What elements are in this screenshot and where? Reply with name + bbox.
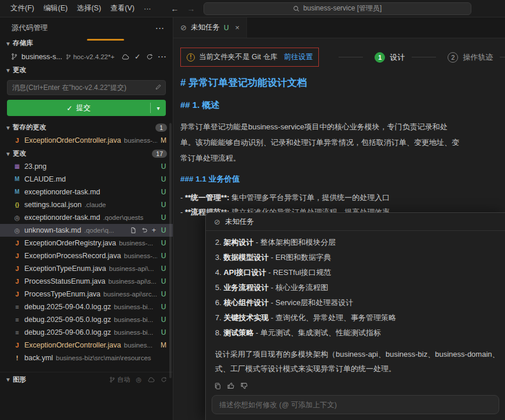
file-path: business-... [119, 240, 157, 247]
file-name: exceptionorder-task.md [24, 213, 100, 222]
cloud-upload-icon[interactable] [121, 53, 129, 61]
file-row[interactable]: unknown-task.md .qoder\q... + U [0, 224, 173, 237]
commit-button[interactable]: ✓ 提交 ▾ [7, 100, 166, 116]
file-row[interactable]: ExceptionProcessRecord.java business-...… [0, 249, 173, 262]
panel-actions [206, 380, 505, 393]
file-name: back.yml [24, 354, 53, 362]
file-name: ExceptionTypeEnum.java [24, 265, 106, 273]
section-staged-changes[interactable]: ▾ 暂存的更改 1 [0, 121, 173, 134]
check-icon[interactable]: ✓ [135, 52, 140, 61]
chat-input[interactable] [212, 395, 499, 414]
chevron-down-icon: ▾ [3, 39, 13, 48]
refresh-icon[interactable] [161, 376, 167, 383]
file-row[interactable]: exceptionorder-task.md .qoder\quests + U [0, 211, 173, 224]
design-doc-outline: 2. 架构设计 - 整体架构图和模块分层 3. 数据模型设计 - ER图和数据字… [215, 235, 496, 341]
paragraph: 设计采用了项目现有的多模块架构（business-api、business-bi… [215, 347, 496, 376]
changes-count-badge: 17 [152, 150, 167, 158]
file-row[interactable]: ExceptionOrderController.java busines...… [0, 339, 173, 352]
git-status-letter: U [160, 162, 167, 171]
outline-item: 4. API接口设计 - RESTful接口规范 [215, 265, 496, 280]
open-file-icon[interactable] [130, 227, 137, 234]
cloud-icon[interactable] [147, 376, 155, 383]
section-repositories[interactable]: ▾ 存储库 [0, 37, 173, 50]
search-text: business-service [管理员] [303, 3, 382, 13]
menu-item[interactable]: ··· [139, 3, 156, 15]
titlebar: 文件(F)编辑(E)选择(S)查看(V)··· ← → business-ser… [0, 0, 505, 17]
commit-message-input[interactable] [7, 80, 166, 95]
pencil-icon[interactable] [155, 84, 162, 90]
git-status-letter: M [160, 136, 167, 144]
file-row[interactable]: ProcessTypeEnum.java business-api\src...… [0, 288, 173, 300]
close-icon[interactable]: × [235, 23, 240, 32]
copy-icon[interactable] [214, 382, 221, 390]
commit-dropdown[interactable]: ▾ [151, 100, 166, 116]
file-name: debug.2025-09-04.0.log.gz [24, 303, 111, 311]
menu-item[interactable]: 编辑(E) [39, 2, 72, 15]
task-icon: ⊘ [180, 23, 187, 32]
file-row[interactable]: ExceptionOrderRegistry.java business-...… [0, 237, 173, 249]
thumbs-down-icon[interactable] [240, 382, 248, 390]
task-icon: ⊘ [214, 218, 220, 226]
file-row[interactable]: debug.2025-09-04.0.log.gz business-bi...… [0, 300, 173, 313]
settings-link[interactable]: 前往设置 [284, 52, 313, 62]
refresh-icon[interactable] [146, 53, 153, 60]
forward-arrow-icon[interactable]: → [187, 4, 195, 13]
section-graph[interactable]: ▾ 图形 自动 ◎ [0, 372, 173, 386]
back-arrow-icon[interactable]: ← [170, 4, 179, 13]
file-row[interactable]: CLAUDE.md + U [0, 173, 173, 186]
file-row[interactable]: 23.png + U [0, 160, 173, 173]
chevron-down-icon: ▾ [3, 375, 13, 383]
file-name: ExceptionProcessRecord.java [24, 252, 121, 260]
file-row[interactable]: ExceptionTypeEnum.java business-api\... … [0, 262, 173, 275]
git-status-letter: U [160, 188, 167, 196]
file-row[interactable]: debug.2025-09-06.0.log.gz business-bi...… [0, 326, 173, 339]
repository-row[interactable]: business-s... hoc-v2.4.22*+ ✓ ··· [0, 50, 173, 63]
menu-item[interactable]: 文件(F) [6, 2, 39, 15]
file-row[interactable]: ProcessStatusEnum.java business-api\s...… [0, 275, 173, 288]
target-icon[interactable]: ◎ [136, 376, 141, 383]
file-type-icon [13, 240, 21, 247]
file-type-icon [13, 215, 21, 221]
outline-item: 6. 核心组件设计 - Service层和处理器设计 [215, 295, 496, 310]
file-row[interactable]: debug.2025-09-05.0.log.gz business-bi...… [0, 313, 173, 326]
file-row[interactable]: settings.local.json .claude + U [0, 198, 173, 211]
file-name: debug.2025-09-06.0.log.gz [24, 328, 111, 336]
panel-body: 2. 架构设计 - 整体架构图和模块分层 3. 数据模型设计 - ER图和数据字… [206, 231, 505, 380]
menu-item[interactable]: 查看(V) [106, 2, 139, 15]
command-center-search[interactable]: business-service [管理员] [204, 2, 471, 15]
section-changes[interactable]: ▾ 更改 17 [0, 147, 173, 160]
section-changes-inner[interactable]: ▾ 更改 [0, 63, 173, 77]
wizard-step[interactable]: 1 设计 [332, 52, 405, 63]
branch-indicator[interactable]: hoc-v2.4.22*+ [66, 53, 118, 60]
repo-picker[interactable]: 自动 [109, 375, 130, 384]
sidebar-scrollbar[interactable] [169, 123, 172, 378]
menu-item[interactable]: 选择(S) [72, 2, 106, 15]
git-status-letter: U [160, 290, 167, 298]
file-type-icon [13, 137, 21, 144]
more-actions-icon[interactable]: ··· [158, 53, 168, 61]
wizard-step[interactable]: 3 任务 [493, 52, 505, 63]
file-row[interactable]: exceptionorder-task.md + U [0, 186, 173, 198]
doc-heading-2: ## 1. 概述 [180, 100, 505, 111]
file-row[interactable]: ExceptionOrderController.java business-.… [0, 134, 173, 147]
stage-icon[interactable]: + [152, 226, 156, 234]
file-name: debug.2025-09-05.0.log.gz [24, 316, 111, 324]
file-path: business-bi... [114, 329, 157, 336]
tab-unknown-task[interactable]: ⊘ 未知任务 U × [173, 17, 247, 38]
tab-title: 未知任务 [191, 23, 220, 32]
file-name: ProcessStatusEnum.java [24, 277, 106, 285]
file-path: .qoder\quests [103, 214, 157, 221]
search-icon [293, 5, 300, 12]
file-type-icon [13, 189, 21, 195]
ide-window: 文件(F)编辑(E)选择(S)查看(V)··· ← → business-ser… [0, 0, 505, 420]
wizard-step[interactable]: 2 操作轨迹 [405, 52, 493, 63]
file-name: CLAUDE.md [24, 175, 66, 183]
file-row[interactable]: back.yml business-biz\src\main\resources… [0, 352, 173, 364]
file-type-icon [13, 342, 21, 349]
thumbs-up-icon[interactable] [227, 382, 235, 390]
git-status-letter: U [160, 277, 167, 285]
file-type-icon [13, 202, 21, 208]
wizard-stepper: 1 设计 2 操作轨迹 3 任务 [332, 52, 505, 63]
discard-icon[interactable] [141, 227, 148, 234]
more-actions-icon[interactable]: ··· [156, 24, 165, 32]
